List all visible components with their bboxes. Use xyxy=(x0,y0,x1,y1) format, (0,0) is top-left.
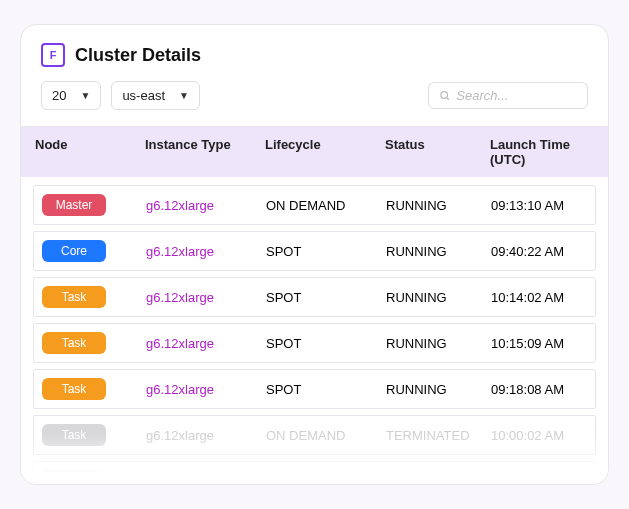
table-row[interactable]: Taskg6.12xlargeSPOTRUNNING10:15:09 AM xyxy=(33,323,596,363)
header: F Cluster Details xyxy=(41,43,588,67)
logo-letter: F xyxy=(50,49,57,61)
cell-instance: g6.12xlarge xyxy=(146,474,266,486)
cell-instance: g6.12xlarge xyxy=(146,382,266,397)
svg-line-1 xyxy=(447,98,449,100)
cell-status: TERMINATED xyxy=(386,474,491,486)
cell-lifecycle: ON DEMAND xyxy=(266,474,386,486)
cluster-details-card: F Cluster Details 20 ▼ us-east ▼ Node In… xyxy=(20,24,609,485)
table-body: Masterg6.12xlargeON DEMANDRUNNING09:13:1… xyxy=(21,185,608,485)
cell-lifecycle: SPOT xyxy=(266,290,386,305)
region-select[interactable]: us-east ▼ xyxy=(111,81,200,110)
cell-launch: 09:13:02 AM xyxy=(491,474,585,486)
region-value: us-east xyxy=(122,88,165,103)
search-input[interactable] xyxy=(456,88,577,103)
cell-launch: 10:00:02 AM xyxy=(491,428,585,443)
table-row[interactable]: Taskg6.12xlargeON DEMANDTERMINATED09:13:… xyxy=(33,461,596,485)
svg-point-0 xyxy=(441,92,448,99)
cell-launch: 10:15:09 AM xyxy=(491,336,585,351)
search-icon xyxy=(439,89,450,102)
table-header: Node Instance Type Lifecycle Status Laun… xyxy=(21,126,608,177)
node-badge: Core xyxy=(42,240,106,262)
col-lifecycle: Lifecycle xyxy=(265,137,385,167)
cell-status: RUNNING xyxy=(386,290,491,305)
cell-status: RUNNING xyxy=(386,336,491,351)
cell-launch: 09:40:22 AM xyxy=(491,244,585,259)
cell-status: TERMINATED xyxy=(386,428,491,443)
node-badge: Task xyxy=(42,332,106,354)
table-row[interactable]: Taskg6.12xlargeON DEMANDTERMINATED10:00:… xyxy=(33,415,596,455)
table-row[interactable]: Taskg6.12xlargeSPOTRUNNING09:18:08 AM xyxy=(33,369,596,409)
cell-launch: 09:18:08 AM xyxy=(491,382,585,397)
cell-instance: g6.12xlarge xyxy=(146,244,266,259)
cell-lifecycle: ON DEMAND xyxy=(266,198,386,213)
cell-lifecycle: SPOT xyxy=(266,382,386,397)
col-launch: Launch Time (UTC) xyxy=(490,137,594,167)
app-logo-icon: F xyxy=(41,43,65,67)
node-badge: Master xyxy=(42,194,106,216)
page-size-select[interactable]: 20 ▼ xyxy=(41,81,101,110)
cell-instance: g6.12xlarge xyxy=(146,198,266,213)
cell-instance: g6.12xlarge xyxy=(146,428,266,443)
node-badge: Task xyxy=(42,424,106,446)
cell-status: RUNNING xyxy=(386,198,491,213)
node-badge: Task xyxy=(42,378,106,400)
chevron-down-icon: ▼ xyxy=(179,90,189,101)
col-instance: Instance Type xyxy=(145,137,265,167)
page-title: Cluster Details xyxy=(75,45,201,66)
chevron-down-icon: ▼ xyxy=(80,90,90,101)
cell-instance: g6.12xlarge xyxy=(146,336,266,351)
col-node: Node xyxy=(35,137,145,167)
cell-launch: 09:13:10 AM xyxy=(491,198,585,213)
page-size-value: 20 xyxy=(52,88,66,103)
cell-launch: 10:14:02 AM xyxy=(491,290,585,305)
table-row[interactable]: Masterg6.12xlargeON DEMANDRUNNING09:13:1… xyxy=(33,185,596,225)
table-row[interactable]: Taskg6.12xlargeSPOTRUNNING10:14:02 AM xyxy=(33,277,596,317)
node-badge: Task xyxy=(42,286,106,308)
search-box[interactable] xyxy=(428,82,588,109)
node-badge: Task xyxy=(42,470,106,485)
cell-lifecycle: SPOT xyxy=(266,244,386,259)
col-status: Status xyxy=(385,137,490,167)
cell-instance: g6.12xlarge xyxy=(146,290,266,305)
cell-lifecycle: ON DEMAND xyxy=(266,428,386,443)
cell-lifecycle: SPOT xyxy=(266,336,386,351)
controls: 20 ▼ us-east ▼ xyxy=(41,81,588,110)
table-row[interactable]: Coreg6.12xlargeSPOTRUNNING09:40:22 AM xyxy=(33,231,596,271)
cell-status: RUNNING xyxy=(386,244,491,259)
cell-status: RUNNING xyxy=(386,382,491,397)
